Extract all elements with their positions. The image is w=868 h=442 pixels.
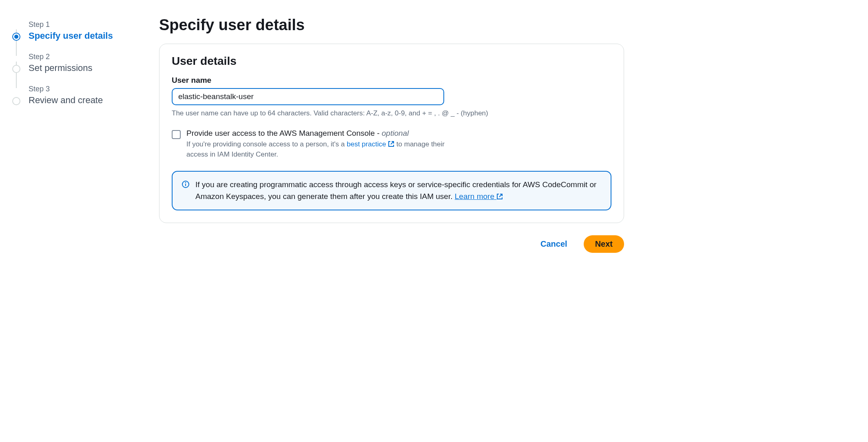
username-hint: The user name can have up to 64 characte… [172,109,611,117]
info-text: If you are creating programmatic access … [195,179,602,202]
info-text-body: If you are creating programmatic access … [195,180,596,201]
wizard-step-review-and-create[interactable]: Step 3 Review and create [12,85,135,117]
console-access-checkbox[interactable] [172,130,181,139]
console-access-label-main: Provide user access to the AWS Managemen… [186,129,382,137]
step-indicator-icon [12,33,20,41]
wizard-step-set-permissions[interactable]: Step 2 Set permissions [12,53,135,85]
username-input[interactable] [172,88,444,105]
wizard-nav: Step 1 Specify user details Step 2 Set p… [12,16,135,253]
console-access-label: Provide user access to the AWS Managemen… [186,129,447,138]
step-label: Step 2 [29,53,135,61]
step-indicator-icon [12,65,20,73]
page-title: Specify user details [159,16,624,34]
user-details-panel: User details User name The user name can… [159,44,624,223]
cancel-button[interactable]: Cancel [536,235,572,253]
step-title: Specify user details [29,31,135,41]
svg-point-2 [186,183,186,183]
main-content: Specify user details User details User n… [159,16,624,253]
step-label: Step 1 [29,20,135,29]
info-icon [182,180,190,188]
console-access-desc: If you're providing console access to a … [186,139,447,159]
console-access-option: Provide user access to the AWS Managemen… [172,129,611,159]
username-label: User name [172,76,611,85]
external-link-icon [496,193,503,200]
next-button[interactable]: Next [584,235,624,253]
console-access-label-optional: optional [382,129,409,137]
step-title: Review and create [29,95,135,106]
wizard-actions: Cancel Next [159,235,624,253]
external-link-icon [388,141,394,147]
step-indicator-icon [12,97,20,105]
best-practice-link[interactable]: best practice [347,140,394,148]
panel-title: User details [172,55,611,68]
wizard-step-specify-user-details[interactable]: Step 1 Specify user details [12,20,135,53]
learn-more-link[interactable]: Learn more [455,192,503,201]
console-access-desc-prefix: If you're providing console access to a … [186,140,347,148]
step-title: Set permissions [29,63,135,73]
step-label: Step 3 [29,85,135,93]
info-alert: If you are creating programmatic access … [172,171,611,210]
